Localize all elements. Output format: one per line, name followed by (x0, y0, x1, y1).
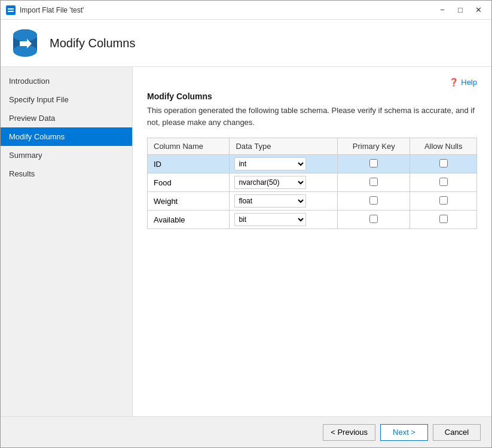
checkbox-primarykey-3[interactable] (369, 215, 378, 223)
previous-button[interactable]: < Previous (323, 424, 375, 441)
datatype-select-3[interactable]: intnvarchar(50)floatbitvarchar(50)bigint… (234, 213, 306, 226)
cell-column-name-3: Available (148, 211, 230, 229)
col-header-allownulls: Allow Nulls (410, 138, 477, 155)
cell-primarykey-2[interactable] (338, 192, 410, 211)
header-icon (9, 27, 41, 59)
col-header-name: Column Name (148, 138, 230, 155)
header: Modify Columns (1, 20, 491, 67)
cell-datatype-0[interactable]: intnvarchar(50)floatbitvarchar(50)bigint… (230, 155, 338, 173)
sidebar-item-results[interactable]: Results (1, 164, 132, 183)
cell-allownulls-2[interactable] (410, 192, 477, 211)
cell-primarykey-1[interactable] (338, 173, 410, 192)
window-controls: − □ ✕ (434, 4, 487, 17)
minimize-button[interactable]: − (434, 4, 451, 17)
page-title: Modify Columns (50, 36, 135, 50)
sidebar-item-preview-data[interactable]: Preview Data (1, 109, 132, 127)
footer: < Previous Next > Cancel (1, 416, 491, 447)
restore-button[interactable]: □ (452, 4, 469, 17)
cell-datatype-2[interactable]: intnvarchar(50)floatbitvarchar(50)bigint… (230, 192, 338, 211)
sidebar-item-specify-input-file[interactable]: Specify Input File (1, 90, 132, 109)
cell-primarykey-0[interactable] (338, 155, 410, 173)
cell-column-name-0: ID (148, 155, 230, 173)
svg-rect-7 (13, 35, 37, 38)
cell-datatype-3[interactable]: intnvarchar(50)floatbitvarchar(50)bigint… (230, 211, 338, 229)
title-bar: Import Flat File 'test' − □ ✕ (1, 1, 491, 20)
sidebar-item-introduction[interactable]: Introduction (1, 72, 132, 90)
main-window: Import Flat File 'test' − □ ✕ Modify Col… (0, 0, 492, 448)
cell-column-name-1: Food (148, 173, 230, 192)
checkbox-primarykey-0[interactable] (369, 159, 378, 167)
help-link[interactable]: ❓ Help (147, 78, 477, 87)
checkbox-allownulls-3[interactable] (439, 215, 448, 223)
svg-point-5 (13, 45, 37, 57)
window-title: Import Flat File 'test' (20, 6, 434, 14)
cell-primarykey-3[interactable] (338, 211, 410, 229)
body-area: Introduction Specify Input File Preview … (1, 67, 491, 416)
col-header-datatype: Data Type (230, 138, 338, 155)
svg-rect-0 (6, 5, 16, 15)
section-desc: This operation generated the following t… (147, 105, 477, 128)
sidebar-item-modify-columns[interactable]: Modify Columns (1, 127, 132, 146)
checkbox-allownulls-0[interactable] (439, 159, 448, 167)
datatype-select-0[interactable]: intnvarchar(50)floatbitvarchar(50)bigint… (234, 157, 306, 170)
close-button[interactable]: ✕ (470, 4, 487, 17)
section-title: Modify Columns (147, 92, 477, 101)
checkbox-allownulls-2[interactable] (439, 196, 448, 205)
help-icon: ❓ (449, 78, 459, 87)
datatype-select-2[interactable]: intnvarchar(50)floatbitvarchar(50)bigint… (234, 194, 306, 208)
cell-allownulls-0[interactable] (410, 155, 477, 173)
cancel-button[interactable]: Cancel (433, 424, 481, 441)
main-content: ❓ Help Modify Columns This operation gen… (132, 67, 491, 416)
app-icon (5, 5, 16, 16)
next-button[interactable]: Next > (380, 424, 428, 441)
columns-table: Column Name Data Type Primary Key Allow … (147, 138, 477, 229)
checkbox-primarykey-2[interactable] (369, 196, 378, 205)
datatype-select-1[interactable]: intnvarchar(50)floatbitvarchar(50)bigint… (234, 176, 306, 189)
cell-column-name-2: Weight (148, 192, 230, 211)
checkbox-primarykey-1[interactable] (369, 178, 378, 186)
cell-datatype-1[interactable]: intnvarchar(50)floatbitvarchar(50)bigint… (230, 173, 338, 192)
checkbox-allownulls-1[interactable] (439, 178, 448, 186)
sidebar: Introduction Specify Input File Preview … (1, 67, 132, 416)
svg-rect-1 (8, 8, 14, 10)
sidebar-item-summary[interactable]: Summary (1, 146, 132, 164)
svg-rect-2 (8, 11, 14, 12)
help-label: Help (461, 78, 477, 87)
cell-allownulls-1[interactable] (410, 173, 477, 192)
col-header-primarykey: Primary Key (338, 138, 410, 155)
cell-allownulls-3[interactable] (410, 211, 477, 229)
